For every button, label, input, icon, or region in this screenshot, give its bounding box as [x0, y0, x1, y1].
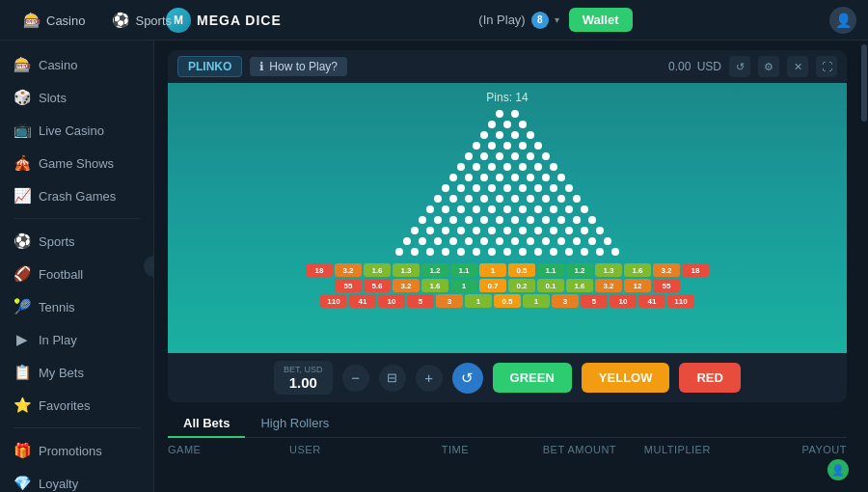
sidebar-item-crash-games[interactable]: 📈 Crash Games	[0, 179, 153, 212]
pin	[557, 174, 565, 181]
help-circle-icon: ℹ	[259, 60, 264, 73]
wallet-button[interactable]: Wallet	[569, 8, 633, 32]
pin	[411, 227, 419, 234]
pin	[403, 237, 411, 245]
pin	[557, 195, 565, 203]
col-header-bet: Bet Amount	[543, 444, 644, 455]
green-button[interactable]: GREEN	[493, 363, 572, 393]
sidebar-item-live-casino[interactable]: 📺 Live Casino	[0, 114, 153, 147]
pin-row	[476, 131, 538, 139]
yellow-button[interactable]: YELLOW	[582, 363, 670, 393]
stack-icon[interactable]: ⊟	[379, 365, 406, 392]
mult-cell: 1	[450, 279, 477, 292]
pin	[519, 163, 527, 171]
pin	[565, 248, 573, 256]
pin-row	[407, 227, 608, 234]
how-to-play-button[interactable]: ℹ How to Play?	[250, 57, 347, 76]
pin	[496, 131, 503, 139]
pin	[503, 227, 511, 234]
table-header: Game User Time Bet Amount Multiplier Pay…	[168, 438, 847, 461]
pin	[473, 227, 480, 234]
pin-row	[446, 174, 569, 181]
pin-row	[392, 248, 623, 256]
pin	[588, 237, 596, 245]
pin	[519, 121, 527, 128]
user-avatar[interactable]: 👤	[829, 7, 856, 34]
auto-bet-button[interactable]: ↺	[452, 363, 483, 394]
pin	[534, 205, 542, 213]
sidebar-item-football[interactable]: 🏈 Football	[0, 258, 153, 290]
sidebar-divider-1	[14, 218, 140, 219]
increase-bet-button[interactable]: +	[416, 365, 443, 392]
pin	[449, 195, 457, 203]
pin	[496, 237, 503, 245]
bets-table: Game User Time Bet Amount Multiplier Pay…	[168, 438, 847, 461]
pin	[465, 174, 473, 181]
pin	[457, 184, 465, 192]
in-play-count: 8	[531, 12, 549, 29]
mult-cell: 18	[306, 263, 333, 277]
sidebar-label-game-shows: Game Shows	[39, 156, 114, 171]
pin	[449, 216, 457, 224]
right-scrollbar[interactable]	[860, 41, 868, 492]
mult-cell: 10	[378, 294, 405, 308]
balance-value: 0.00	[668, 60, 691, 73]
casino-tab[interactable]: 🎰 Casino	[12, 6, 96, 35]
pin	[488, 205, 496, 213]
sidebar-item-casino[interactable]: 🎰 Casino	[0, 48, 153, 81]
mult-cell: 5	[407, 294, 434, 308]
settings-button[interactable]: ⚙	[758, 56, 779, 77]
sports-icon: ⚽	[112, 12, 130, 29]
pin	[519, 184, 527, 192]
pin	[411, 248, 419, 256]
sidebar-item-my-bets[interactable]: 📋 My Bets	[0, 356, 153, 389]
mult-cell: 1.2	[566, 263, 593, 277]
sidebar-item-favorites[interactable]: ⭐ Favorites	[0, 389, 153, 422]
pin	[542, 237, 550, 245]
sidebar-item-slots[interactable]: 🎲 Slots	[0, 81, 153, 114]
pin	[511, 131, 519, 139]
refresh-frame-button[interactable]: ↺	[729, 56, 750, 77]
mult-cell: 110	[320, 294, 347, 308]
fullscreen-button[interactable]: ⛶	[816, 56, 837, 77]
pin	[542, 174, 550, 181]
pin	[503, 121, 511, 128]
sidebar-item-promotions[interactable]: 🎁 Promotions	[0, 434, 153, 467]
plinko-board	[187, 110, 827, 256]
pin	[503, 205, 511, 213]
pin	[557, 237, 565, 245]
sports-tab[interactable]: ⚽ Sports	[100, 6, 183, 35]
sidebar-item-game-shows[interactable]: 🎪 Game Shows	[0, 147, 153, 179]
sidebar-item-in-play[interactable]: ▶ In Play	[0, 323, 153, 356]
sidebar-item-loyalty[interactable]: 💎 Loyalty	[0, 467, 153, 492]
tab-high-rollers[interactable]: High Rollers	[245, 410, 344, 438]
col-header-mult: Multiplier	[644, 444, 746, 455]
mult-cell: 1.3	[595, 263, 622, 277]
tennis-icon: 🎾	[14, 298, 31, 315]
sidebar-item-tennis[interactable]: 🎾 Tennis	[0, 290, 153, 323]
slots-icon: 🎲	[14, 89, 31, 106]
online-indicator: 👤	[827, 459, 849, 480]
pin	[511, 216, 519, 224]
col-header-time: Time	[442, 444, 543, 455]
red-button[interactable]: RED	[679, 363, 740, 393]
pin	[419, 237, 426, 245]
in-play-badge[interactable]: (In Play) 8 ▾	[478, 12, 558, 29]
sports-tab-label: Sports	[135, 14, 172, 28]
decrease-bet-button[interactable]: −	[342, 365, 369, 392]
multiplier-row-3: 11041105310.51351041110	[187, 294, 827, 308]
close-frame-button[interactable]: ✕	[787, 56, 808, 77]
pin	[434, 216, 442, 224]
casino-icon: 🎰	[23, 12, 41, 29]
pin	[488, 121, 496, 128]
sidebar-label-live-casino: Live Casino	[39, 123, 104, 138]
sidebar-item-sports[interactable]: ⚽ Sports	[0, 225, 153, 258]
sports-sidebar-icon: ⚽	[14, 232, 31, 250]
my-bets-icon: 📋	[14, 364, 31, 381]
tab-all-bets[interactable]: All Bets	[168, 410, 245, 438]
pin	[434, 237, 442, 245]
pin	[542, 195, 550, 203]
pin-row	[415, 216, 600, 224]
mult-cell: 3	[552, 294, 579, 308]
pin	[465, 195, 473, 203]
